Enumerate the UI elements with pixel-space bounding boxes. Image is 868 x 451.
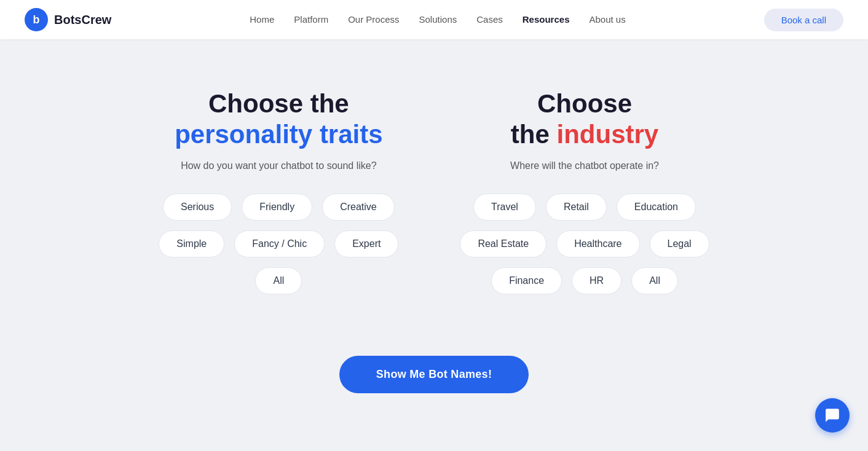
pill-friendly[interactable]: Friendly	[242, 194, 312, 221]
pill-finance[interactable]: Finance	[491, 267, 562, 294]
pill-healthcare[interactable]: Healthcare	[556, 230, 639, 257]
pill-retail[interactable]: Retail	[546, 194, 607, 221]
industry-subtitle: Where will the chatbot operate in?	[510, 160, 659, 171]
pill-all-industry[interactable]: All	[631, 267, 678, 294]
personality-row-2: Simple Fancy / Chic Expert	[159, 230, 398, 257]
chat-bubble-button[interactable]	[815, 398, 850, 433]
pill-all-personality[interactable]: All	[255, 267, 302, 294]
chat-icon	[824, 407, 840, 423]
logo-text: BotsCrew	[54, 13, 111, 27]
nav-about-us[interactable]: About us	[589, 14, 625, 25]
industry-title: Choose the industry	[511, 88, 658, 151]
personality-pills: Serious Friendly Creative Simple Fancy /…	[159, 194, 398, 294]
pill-hr[interactable]: HR	[572, 267, 621, 294]
personality-section: Choose the personality traits How do you…	[159, 88, 398, 294]
pill-expert[interactable]: Expert	[334, 230, 398, 257]
nav-solutions[interactable]: Solutions	[419, 14, 457, 25]
pill-travel[interactable]: Travel	[473, 194, 536, 221]
nav-resources[interactable]: Resources	[523, 14, 570, 25]
nav-platform[interactable]: Platform	[294, 14, 328, 25]
nav-cases[interactable]: Cases	[476, 14, 503, 25]
pill-simple[interactable]: Simple	[159, 230, 224, 257]
personality-row-3: All	[255, 267, 302, 294]
cta-wrapper: Show Me Bot Names!	[0, 356, 868, 430]
personality-subtitle: How do you want your chatbot to sound li…	[181, 160, 376, 171]
pill-education[interactable]: Education	[617, 194, 696, 221]
nav-links: Home Platform Our Process Solutions Case…	[250, 14, 625, 25]
pill-fancy-chic[interactable]: Fancy / Chic	[234, 230, 325, 257]
show-bot-names-button[interactable]: Show Me Bot Names!	[339, 356, 529, 393]
industry-row-1: Travel Retail Education	[473, 194, 696, 221]
navbar: b BotsCrew Home Platform Our Process Sol…	[0, 0, 868, 39]
main-content: Choose the personality traits How do you…	[0, 39, 868, 331]
logo-link[interactable]: b BotsCrew	[25, 8, 111, 31]
nav-home[interactable]: Home	[250, 14, 274, 25]
industry-pills: Travel Retail Education Real Estate Heal…	[460, 194, 709, 294]
nav-our-process[interactable]: Our Process	[348, 14, 399, 25]
logo-icon: b	[25, 8, 48, 31]
book-call-button[interactable]: Book a call	[764, 9, 843, 31]
pill-legal[interactable]: Legal	[650, 230, 709, 257]
industry-section: Choose the industry Where will the chatb…	[460, 88, 709, 294]
personality-row-1: Serious Friendly Creative	[163, 194, 395, 221]
pill-serious[interactable]: Serious	[163, 194, 232, 221]
pill-creative[interactable]: Creative	[322, 194, 395, 221]
industry-row-3: Finance HR All	[491, 267, 678, 294]
pill-real-estate[interactable]: Real Estate	[460, 230, 546, 257]
industry-row-2: Real Estate Healthcare Legal	[460, 230, 709, 257]
personality-title: Choose the personality traits	[175, 88, 382, 151]
